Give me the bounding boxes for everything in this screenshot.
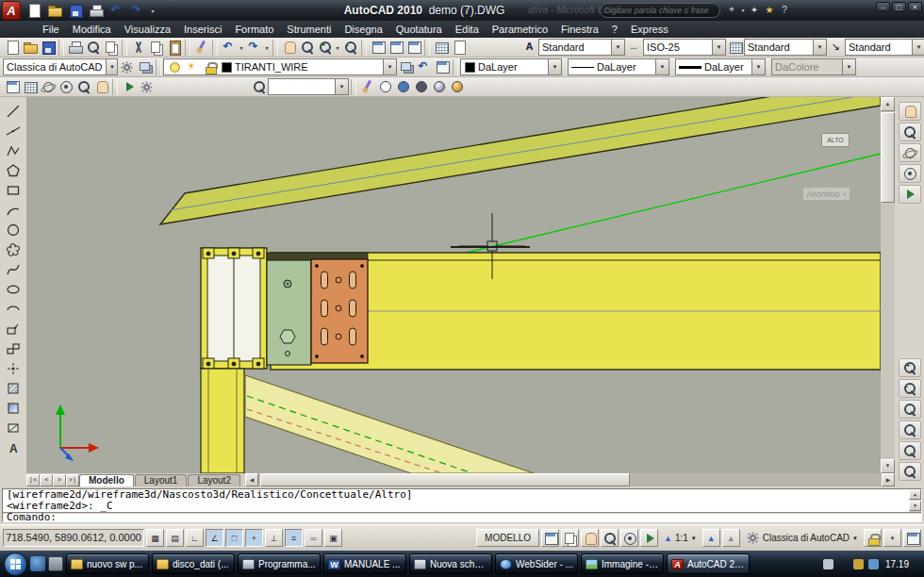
qp-toggle[interactable]: ▣ xyxy=(324,529,342,547)
sheet-set-manager-button[interactable] xyxy=(432,39,450,57)
zoom-window-dock-button[interactable]: + xyxy=(899,358,921,377)
visual-style-hidden-button[interactable] xyxy=(412,78,430,96)
menu-edita[interactable]: Edita xyxy=(449,21,486,38)
qat-redo-button[interactable] xyxy=(128,2,146,20)
menu-visualizza[interactable]: Visualizza xyxy=(118,21,177,38)
status-steering-wheel-button[interactable] xyxy=(620,529,638,547)
viewcube-top-face[interactable]: ALTO xyxy=(821,133,850,147)
search-combo[interactable]: ▼ xyxy=(268,78,349,95)
scroll-left-button[interactable]: ◀ xyxy=(245,473,258,486)
dim-style-combo[interactable]: ISO-25▼ xyxy=(643,39,726,56)
tray-icon-3[interactable] xyxy=(853,559,864,569)
zoom-dock-button[interactable] xyxy=(899,123,921,141)
menu-quotatura[interactable]: Quotatura xyxy=(389,21,449,38)
osnap-toggle[interactable]: □ xyxy=(225,529,243,547)
info-center-search[interactable] xyxy=(600,3,720,18)
orbit-button[interactable] xyxy=(39,78,57,96)
layer-on-bulb-icon[interactable] xyxy=(167,59,182,74)
polar-toggle[interactable]: ∠ xyxy=(206,529,223,547)
gradient-button[interactable] xyxy=(4,400,23,417)
autoscale-button[interactable]: ▲ xyxy=(722,529,740,547)
communication-center-icon[interactable]: ✦ xyxy=(747,3,762,16)
qat-open-button[interactable] xyxy=(45,2,63,20)
taskbar-button-4[interactable]: WMANUALE ... xyxy=(323,553,406,574)
maximize-button[interactable]: ▢ xyxy=(892,2,906,12)
next-tab-button[interactable]: > xyxy=(53,474,66,486)
menu-disegna[interactable]: Disegna xyxy=(338,21,388,38)
layer-lock-icon[interactable] xyxy=(203,59,218,74)
close-button[interactable]: ✕ xyxy=(908,2,922,12)
combo-arrow-icon[interactable]: ▼ xyxy=(383,59,396,74)
favorites-star-icon[interactable]: ★ xyxy=(762,3,777,16)
annotation-scale-control[interactable]: ▲1:1▼ xyxy=(660,529,701,547)
help-icon[interactable]: ? xyxy=(777,3,792,16)
quickcalc-button[interactable] xyxy=(450,39,468,57)
binoculars-search-icon[interactable]: ⌖ xyxy=(724,3,739,16)
settings-button[interactable] xyxy=(138,78,156,96)
visual-style-realistic-button[interactable] xyxy=(430,78,448,96)
combo-arrow-icon[interactable]: ▼ xyxy=(548,59,561,74)
designcenter-button[interactable] xyxy=(387,39,404,57)
make-layer-current-button[interactable] xyxy=(397,58,415,76)
steering-wheel-button[interactable] xyxy=(57,78,74,96)
autocad-logo-button[interactable]: A xyxy=(2,1,21,20)
visual-style-2dwireframe-button[interactable] xyxy=(376,78,394,96)
taskbar-button-1[interactable]: nuovo sw p... xyxy=(66,553,149,574)
quick-launch-browser-icon[interactable] xyxy=(30,556,45,571)
search-dropdown-arrow[interactable]: ▾ xyxy=(739,7,747,13)
quick-view-layouts-button[interactable] xyxy=(541,529,559,547)
named-views-button[interactable] xyxy=(21,78,39,96)
mleader-style-combo[interactable]: Standard▼ xyxy=(845,39,924,56)
command-scrollbar[interactable]: ▲ ▼ xyxy=(909,489,921,512)
revision-cloud-button[interactable] xyxy=(4,241,23,258)
taskbar-button-7[interactable]: Immagine - ... xyxy=(581,553,664,574)
zoom-extents-dock-button[interactable] xyxy=(899,400,921,419)
spline-button[interactable] xyxy=(4,261,23,278)
layer-color-swatch[interactable] xyxy=(221,61,232,73)
combo-arrow-icon[interactable]: ▼ xyxy=(335,79,348,94)
steering-wheel-dock-button[interactable] xyxy=(899,164,921,183)
hatch-button[interactable] xyxy=(4,380,23,397)
paste-button[interactable] xyxy=(165,39,183,57)
region-button[interactable] xyxy=(4,420,23,437)
quick-launch-desktop-icon[interactable] xyxy=(48,556,63,571)
scroll-right-button[interactable]: ▶ xyxy=(882,473,895,486)
menu-parametrico[interactable]: Parametrico xyxy=(486,21,554,38)
table-style-combo[interactable]: Standard▼ xyxy=(744,39,827,56)
taskbar-button-autocad[interactable]: AAutoCAD 20... xyxy=(667,553,750,574)
prev-tab-button[interactable]: < xyxy=(40,474,53,486)
ellipse-button[interactable] xyxy=(4,281,23,298)
start-button[interactable] xyxy=(4,552,27,576)
menu-modifica[interactable]: Modifica xyxy=(66,21,118,38)
undo-button[interactable] xyxy=(220,39,238,57)
model-space-button[interactable]: MODELLO xyxy=(476,529,539,547)
multiline-text-button[interactable]: A xyxy=(4,439,23,456)
mleader-style-button[interactable] xyxy=(827,39,845,57)
tab-modello[interactable]: Modello xyxy=(79,474,134,486)
rectangle-button[interactable] xyxy=(4,182,23,199)
redo-dropdown-arrow[interactable]: ▾ xyxy=(263,44,271,51)
linetype-combo[interactable]: DaLayer▼ xyxy=(568,58,669,75)
lwt-toggle[interactable]: ═ xyxy=(305,529,322,547)
zoom-all-dock-button[interactable] xyxy=(899,462,921,481)
menu-strumenti[interactable]: Strumenti xyxy=(280,21,338,38)
combo-arrow-icon[interactable]: ▼ xyxy=(106,59,119,74)
taskbar-button-6[interactable]: WebSider - ... xyxy=(495,553,578,574)
ducs-toggle[interactable]: ⊥ xyxy=(265,529,283,547)
command-scroll-down[interactable]: ▼ xyxy=(909,501,921,511)
tray-icon-2[interactable] xyxy=(838,559,849,569)
combo-arrow-icon[interactable]: ▼ xyxy=(751,59,765,74)
workspace-switcher[interactable]: Classica di AutoCAD▼ xyxy=(742,529,862,547)
pan-dock-button[interactable] xyxy=(899,102,921,121)
menu-file[interactable]: File xyxy=(36,21,66,38)
ortho-toggle[interactable]: ∟ xyxy=(186,529,204,547)
workspace-settings-button[interactable] xyxy=(118,58,136,76)
workspace-combo[interactable]: Classica di AutoCAD▼ xyxy=(3,58,118,75)
combo-arrow-icon[interactable]: ▼ xyxy=(611,40,624,55)
zoom-previous-dock-button[interactable] xyxy=(899,420,921,439)
tab-layout1[interactable]: Layout1 xyxy=(135,474,188,486)
plot-preview-button[interactable] xyxy=(84,39,102,57)
zoom-window-button[interactable]: + xyxy=(316,39,334,57)
taskbar-button-5[interactable]: Nuova sche... xyxy=(409,553,492,574)
tab-layout2[interactable]: Layout2 xyxy=(188,474,240,486)
